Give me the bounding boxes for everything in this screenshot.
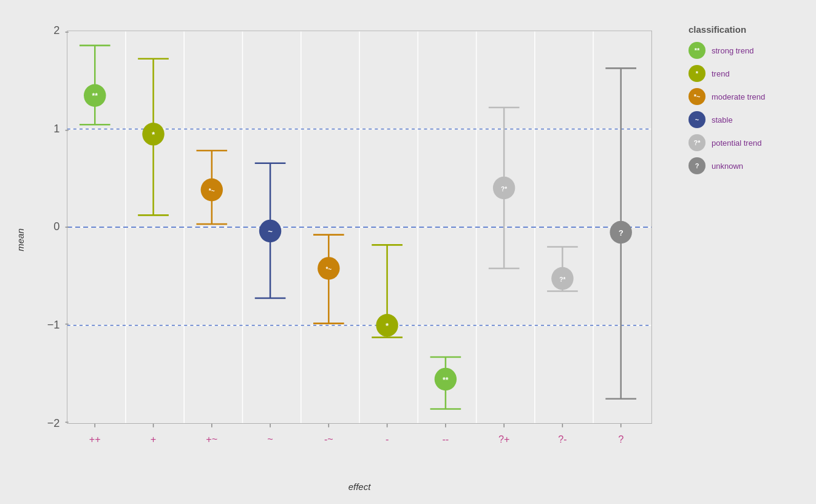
svg-text:*~: *~ [209, 188, 215, 194]
svg-text:0: 0 [53, 220, 59, 233]
legend-circle-3: ~ [688, 111, 706, 128]
legend-circle-5: ? [688, 157, 706, 174]
legend-label-4: potential trend [712, 138, 761, 148]
svg-text:?+: ?+ [498, 434, 509, 444]
svg-text:*~: *~ [325, 266, 332, 273]
legend-label-2: moderate trend [712, 92, 765, 101]
legend-item-4: ?* potential trend [688, 134, 804, 151]
legend-label-0: strong trend [712, 46, 753, 55]
svg-text:?*: ?* [501, 186, 507, 192]
svg-text:?*: ?* [559, 276, 565, 283]
legend-item-1: * trend [688, 65, 804, 82]
svg-text:**: ** [443, 375, 449, 384]
legend-item-5: ? unknown [688, 157, 804, 174]
svg-text:--: -- [442, 434, 449, 444]
svg-text:**: ** [92, 92, 98, 100]
chart-container: mean effect [0, 0, 816, 504]
svg-text:+: + [151, 434, 156, 444]
svg-text:++: ++ [89, 434, 101, 444]
svg-text:~: ~ [267, 434, 273, 444]
svg-text:*: * [152, 130, 155, 139]
svg-text:*: * [386, 321, 389, 330]
svg-text:~: ~ [268, 226, 273, 236]
legend-item-0: ** strong trend [688, 42, 804, 59]
svg-text:+~: +~ [206, 434, 217, 444]
plot-svg: 2 1 0 −1 −2 ++ + +~ ~ -~ - -- ?+ ?- ? [36, 18, 682, 461]
legend-circle-0: ** [688, 42, 706, 59]
legend-label-3: stable [712, 115, 733, 124]
legend-circle-1: * [688, 65, 706, 82]
legend-circle-2: *~ [688, 88, 706, 105]
svg-text:2: 2 [53, 24, 59, 36]
svg-text:1: 1 [53, 121, 59, 134]
legend-area: classification ** strong trend * trend *… [682, 0, 816, 504]
svg-text:-: - [386, 434, 389, 444]
svg-text:-~: -~ [324, 434, 333, 444]
legend-item-2: *~ moderate trend [688, 88, 804, 105]
svg-text:−2: −2 [47, 416, 60, 429]
legend-circle-4: ?* [688, 134, 706, 151]
svg-text:−1: −1 [47, 318, 60, 331]
x-axis-label: effect [348, 482, 371, 492]
y-axis-label: mean [15, 228, 25, 251]
svg-text:?: ? [618, 434, 624, 444]
legend-title: classification [688, 24, 804, 35]
svg-text:?: ? [619, 228, 624, 237]
legend-label-5: unknown [712, 162, 743, 171]
legend-label-1: trend [712, 69, 730, 78]
plot-area: mean effect [36, 18, 682, 461]
svg-text:?-: ?- [558, 434, 566, 444]
legend-item-3: ~ stable [688, 111, 804, 128]
